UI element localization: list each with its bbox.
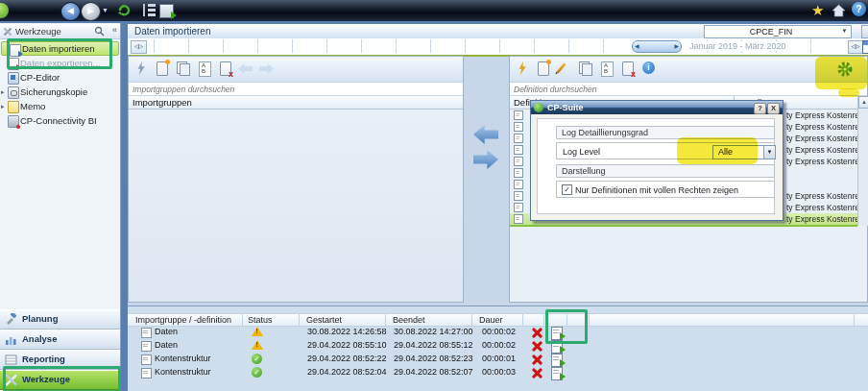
rights-checkbox[interactable]: ✓ — [562, 184, 572, 195]
history-column-gestartet[interactable]: Gestartet — [306, 315, 342, 325]
chevron-down-icon[interactable]: ▼ — [839, 27, 850, 36]
help-icon[interactable]: ? — [852, 2, 866, 16]
dialog-help-button[interactable]: ? — [754, 103, 766, 114]
group-darstellung: Darstellung — [556, 164, 775, 178]
timeline-tick — [396, 39, 397, 53]
dialog-titlebar[interactable]: CP-Suite ? X — [531, 101, 783, 114]
annotation-box-werkzeuge — [3, 366, 121, 391]
dialog-close-button[interactable]: X — [767, 103, 780, 114]
open-log-icon[interactable] — [551, 354, 563, 367]
module-nav-planung[interactable]: Planung — [0, 309, 120, 330]
history-row-ended: 29.04.2022 08:52:07 — [394, 367, 473, 377]
forward-button[interactable]: ▶ — [81, 2, 101, 21]
delete-entry-icon[interactable] — [532, 328, 542, 337]
history-row-ended: 30.08.2022 14:27:00 — [394, 327, 473, 336]
history-row[interactable]: Kontenstruktur✓29.04.2022 08:52:2229.04.… — [128, 353, 868, 366]
copy-icon[interactable] — [577, 61, 594, 77]
edit-icon[interactable] — [556, 61, 573, 77]
model-extra-button[interactable] — [861, 25, 868, 38]
timeline-page-button[interactable]: ◁▷ — [848, 40, 863, 54]
refresh-icon[interactable] — [116, 3, 132, 19]
definition-checkbox[interactable] — [514, 214, 523, 224]
open-log-icon[interactable] — [551, 367, 563, 380]
definition-checkbox[interactable] — [514, 180, 523, 189]
model-selector-value: CPCE_FIN — [705, 27, 837, 37]
dialog-title: CP-Suite — [547, 103, 584, 112]
arrow-left-icon[interactable] — [238, 61, 255, 77]
definitions-search[interactable] — [510, 83, 867, 96]
arrow-right-icon[interactable] — [259, 61, 277, 77]
planung-icon — [5, 313, 17, 326]
definition-quelle-text: ty Express Kostenrechn — [786, 203, 857, 212]
history-column-dauer[interactable]: Dauer — [479, 315, 503, 325]
history-row-checkbox[interactable] — [141, 368, 152, 379]
scroll-up-icon[interactable]: ▲ — [858, 96, 868, 109]
copy-icon[interactable] — [175, 61, 192, 77]
definition-checkbox[interactable] — [514, 110, 523, 120]
delete-icon[interactable] — [217, 61, 234, 77]
new-item-icon[interactable] — [154, 61, 171, 77]
back-button[interactable]: ◀ — [60, 2, 81, 21]
history-column-status[interactable]: Status — [248, 315, 273, 325]
history-row-checkbox[interactable] — [141, 354, 152, 365]
app-orb-icon[interactable] — [0, 3, 9, 18]
sidebar: Werkzeuge « Daten importierenDaten expor… — [0, 23, 121, 391]
definitions-scrollbar[interactable]: ▲ — [857, 96, 868, 226]
definition-checkbox[interactable] — [514, 191, 523, 201]
home-icon[interactable] — [832, 4, 846, 19]
reporting-icon — [5, 354, 17, 366]
history-row[interactable]: Kontenstruktur✓29.04.2022 08:52:0429.04.… — [128, 366, 868, 379]
definition-checkbox[interactable] — [514, 168, 523, 178]
delete-entry-icon[interactable] — [532, 341, 542, 351]
definition-checkbox[interactable] — [514, 122, 523, 132]
delete-entry-icon[interactable] — [532, 354, 542, 364]
definition-quelle-text: ty Express Kostenrechn — [786, 110, 857, 120]
sort-ab-icon[interactable] — [598, 61, 615, 77]
timeline-left-button[interactable]: ◁▷ — [131, 40, 147, 54]
delete-icon[interactable] — [619, 61, 637, 77]
definition-checkbox[interactable] — [514, 203, 523, 212]
import-groups-list[interactable] — [129, 110, 463, 302]
history-column-name[interactable]: Importgruppe / -definition — [135, 315, 231, 325]
history-dropdown-icon[interactable]: ▼ — [102, 7, 108, 13]
timeline-range-slider[interactable]: ◀▶ — [632, 40, 682, 53]
history-column-beendet[interactable]: Beendet — [393, 315, 425, 325]
hierarchy-icon[interactable] — [143, 4, 157, 16]
import-groups-panel: Importgruppen — [128, 56, 464, 303]
import-table-icon[interactable] — [159, 4, 174, 18]
period-timeline[interactable]: ◁▷ ◁▷ ◀▶Januar 2019 - März 2020 — [128, 38, 868, 57]
timeline-tick — [326, 39, 327, 53]
import-groups-search[interactable] — [129, 83, 463, 96]
marker-highlight-gear-tail — [838, 88, 859, 97]
history-row[interactable]: Daten30.08.2022 14:26:5830.08.2022 14:27… — [128, 326, 868, 339]
favorites-star-icon[interactable]: ★ — [811, 2, 824, 19]
info-icon[interactable]: i — [640, 61, 658, 77]
calendar-icon[interactable] — [862, 40, 868, 54]
annotation-box-daten-importieren — [7, 38, 112, 69]
definitions-search-input[interactable] — [512, 83, 855, 96]
lightning-icon[interactable] — [514, 61, 531, 77]
lightning-icon[interactable] — [133, 61, 150, 77]
definition-checkbox[interactable] — [514, 134, 523, 143]
definition-checkbox[interactable] — [514, 157, 523, 166]
model-selector[interactable]: CPCE_FIN ▼ — [704, 25, 852, 38]
history-header-row[interactable]: Importgruppe / -definitionStatusGestarte… — [128, 313, 868, 327]
definition-quelle-text: ty Express Kostenrechn — [786, 122, 857, 132]
history-row[interactable]: Daten29.04.2022 08:55:1029.04.2022 08:55… — [128, 339, 868, 353]
delete-entry-icon[interactable] — [532, 368, 542, 378]
group-log-detail-heading: Log Detaillierungsgrad — [562, 128, 648, 137]
chevron-down-icon[interactable]: ▼ — [763, 146, 775, 159]
timeline-tick — [499, 39, 500, 53]
timeline-tick — [257, 39, 258, 53]
view-titlebar: Daten importieren CPCE_FIN ▼ — [128, 24, 868, 39]
history-row-name: Daten — [155, 340, 178, 350]
history-row-duration: 00:00:02 — [482, 340, 516, 350]
history-row-checkbox[interactable] — [141, 341, 152, 352]
new-item-icon[interactable] — [535, 61, 552, 77]
definition-checkbox[interactable] — [514, 145, 523, 155]
history-row-name: Kontenstruktur — [155, 367, 211, 377]
sort-ab-icon[interactable] — [196, 61, 213, 77]
history-row-checkbox[interactable] — [141, 328, 152, 338]
module-nav-analyse[interactable]: Analyse — [0, 330, 120, 350]
import-groups-search-input[interactable] — [131, 83, 452, 96]
